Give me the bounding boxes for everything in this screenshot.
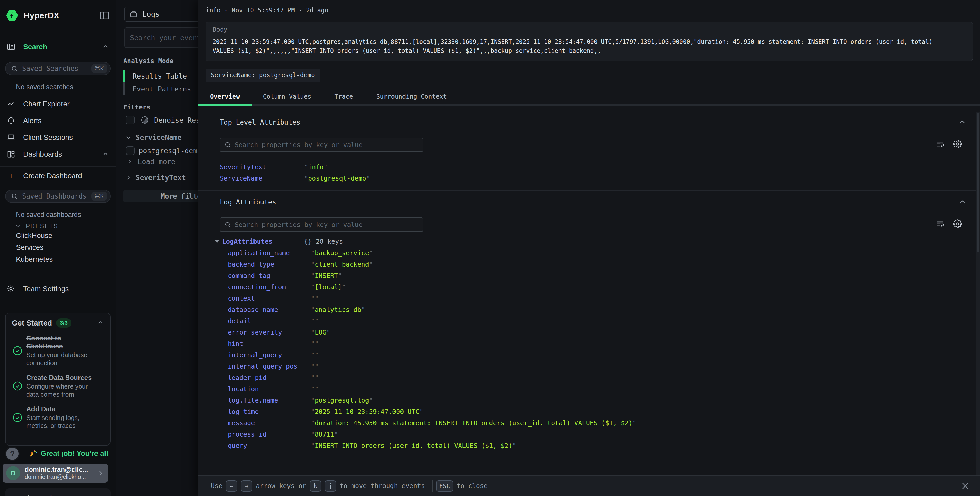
get-started-item[interactable]: Create Data SourcesConfigure where your …	[12, 374, 104, 399]
get-started-item[interactable]: Add DataStart sending logs, metrics, or …	[12, 405, 104, 430]
attribute-key[interactable]: error_severity	[228, 329, 311, 336]
saved-dashboards-input[interactable]: Saved Dashboards ⌘K	[5, 190, 111, 203]
attribute-value[interactable]: "backup_service"	[311, 249, 373, 257]
tab-surrounding-context[interactable]: Surrounding Context	[365, 93, 458, 100]
attribute-value[interactable]: ""	[311, 295, 318, 302]
user-profile-button[interactable]: D dominic.tran@clic... dominic.tran@clic…	[3, 464, 108, 483]
attribute-key[interactable]: ServiceName	[220, 175, 304, 182]
attribute-value[interactable]: "88711"	[311, 431, 338, 438]
caret-down-icon[interactable]	[215, 240, 220, 243]
tab-trace[interactable]: Trace	[323, 93, 364, 100]
attribute-value[interactable]: "INSERT"	[311, 272, 342, 279]
top-level-attributes-header[interactable]: Top Level Attributes	[199, 118, 980, 127]
attribute-value[interactable]: "analytics_db"	[311, 306, 365, 313]
sidebar-item-chart-explorer[interactable]: Chart Explorer	[0, 97, 116, 111]
attribute-value[interactable]: "[local]"	[311, 283, 345, 291]
get-started-item-desc: Start sending logs, metrics, or traces	[26, 414, 96, 430]
attribute-key[interactable]: leader_pid	[228, 374, 311, 381]
load-more-button[interactable]: Load more	[126, 158, 175, 166]
attribute-value[interactable]: ""	[311, 374, 318, 381]
attribute-key[interactable]: SeverityText	[220, 163, 304, 171]
wrap-lines-icon[interactable]	[936, 140, 945, 148]
attribute-key[interactable]: connection_from	[228, 283, 311, 291]
attribute-key[interactable]: log_time	[228, 408, 311, 415]
denoise-checkbox[interactable]	[126, 116, 135, 124]
chevron-up-icon[interactable]	[102, 151, 109, 158]
create-dashboard-button[interactable]: + Create Dashboard	[0, 170, 116, 182]
chevron-up-icon[interactable]	[958, 198, 967, 207]
attribute-row: internal_query_pos""	[199, 360, 980, 372]
close-icon[interactable]	[961, 482, 970, 490]
sidebar-item-alerts[interactable]: Alerts	[0, 114, 116, 128]
attribute-value[interactable]: "duration: 45.950 ms statement: INSERT I…	[311, 419, 636, 427]
preset-item-services[interactable]: Services	[16, 242, 53, 254]
saved-searches-input[interactable]: Saved Searches ⌘K	[5, 62, 111, 75]
chevron-up-icon[interactable]	[97, 319, 104, 327]
top-level-search-input[interactable]: Search properties by key or value	[220, 137, 423, 152]
attribute-value[interactable]: "info"	[304, 163, 327, 171]
preset-item-kubernetes[interactable]: Kubernetes	[16, 254, 53, 265]
attribute-value[interactable]: "2025-11-10 23:59:47.000 UTC"	[311, 408, 423, 415]
footer-or-text: arrow keys or	[256, 482, 306, 490]
attribute-value[interactable]: "LOG"	[311, 329, 330, 336]
attribute-value[interactable]: ""	[311, 351, 318, 359]
no-saved-searches-text: No saved searches	[16, 83, 73, 91]
attribute-key[interactable]: location	[228, 385, 311, 393]
gear-icon[interactable]	[953, 140, 962, 148]
sidebar-item-search[interactable]: Search	[0, 40, 116, 54]
attribute-key[interactable]: database_name	[228, 306, 311, 313]
attribute-key[interactable]: LogAttributes	[222, 238, 304, 245]
service-value-checkbox[interactable]	[126, 146, 135, 155]
chevron-up-icon[interactable]	[958, 118, 967, 127]
tab-overview[interactable]: Overview	[199, 93, 251, 100]
get-started-item-title: Add Data	[26, 405, 56, 413]
attribute-key[interactable]: detail	[228, 317, 311, 325]
tab-column-values[interactable]: Column Values	[251, 93, 323, 100]
attribute-value[interactable]: ""	[311, 340, 318, 348]
footer-use-text: Use	[211, 482, 222, 490]
attribute-key[interactable]: message	[228, 419, 311, 427]
log-attributes-header[interactable]: Log Attributes	[199, 198, 980, 207]
attribute-key[interactable]: command_tag	[228, 272, 311, 279]
panel-scrollbar[interactable]	[977, 112, 980, 475]
attribute-value[interactable]: "postgresql-demo"	[304, 175, 370, 182]
chevron-up-icon[interactable]	[102, 43, 109, 51]
sidebar-item-dashboards[interactable]: Dashboards	[0, 148, 116, 161]
key-count: 28 keys	[316, 238, 343, 245]
log-attributes-root-row[interactable]: LogAttributes {} 28 keys	[199, 235, 980, 247]
laptop-icon	[7, 133, 16, 142]
help-button[interactable]: ?	[5, 447, 19, 461]
attribute-key[interactable]: internal_query_pos	[228, 363, 311, 370]
presets-toggle[interactable]: PRESETS	[15, 223, 58, 230]
preset-item-clickhouse[interactable]: ClickHouse	[16, 230, 53, 242]
scrollbar-thumb[interactable]	[977, 113, 980, 252]
gear-icon[interactable]	[953, 219, 962, 228]
attribute-key[interactable]: process_id	[228, 431, 311, 438]
attribute-key[interactable]: log.file.name	[228, 397, 311, 404]
attribute-value[interactable]: "INSERT INTO orders (user_id, total) VAL…	[311, 442, 516, 450]
attribute-key[interactable]: context	[228, 295, 311, 302]
attribute-key[interactable]: application_name	[228, 249, 311, 257]
attribute-key[interactable]: query	[228, 442, 311, 450]
sidebar-item-team-settings[interactable]: Team Settings	[0, 282, 116, 296]
log-attributes-search-input[interactable]: Search properties by key or value	[220, 217, 423, 232]
filter-group-servicename[interactable]: ServiceName	[125, 133, 182, 141]
sidebar-item-client-sessions[interactable]: Client Sessions	[0, 131, 116, 144]
attribute-row: location""	[199, 383, 980, 394]
filter-group-severitytext[interactable]: SeverityText	[125, 174, 186, 182]
attribute-value[interactable]: "postgresql.log"	[311, 397, 373, 404]
filter-value-postgresql-demo[interactable]: postgresql-demo	[126, 146, 202, 155]
wrap-lines-icon[interactable]	[936, 219, 945, 228]
attribute-key[interactable]: backend_type	[228, 261, 311, 268]
attribute-value[interactable]: "client backend"	[311, 261, 373, 268]
attribute-value[interactable]: ""	[311, 363, 318, 370]
service-name-tag[interactable]: ServiceName: postgresql-demo	[205, 69, 320, 82]
attribute-key[interactable]: internal_query	[228, 351, 311, 359]
attribute-value[interactable]: ""	[311, 385, 318, 393]
product-updates-card[interactable]: Product updates	[5, 488, 111, 496]
get-started-item[interactable]: Connect to ClickHouseSet up your databas…	[12, 334, 104, 367]
sidebar-collapse-icon[interactable]	[99, 10, 110, 21]
attribute-key[interactable]: hint	[228, 340, 311, 348]
user-name: dominic.tran@clic...	[25, 466, 88, 474]
attribute-value[interactable]: ""	[311, 317, 318, 325]
